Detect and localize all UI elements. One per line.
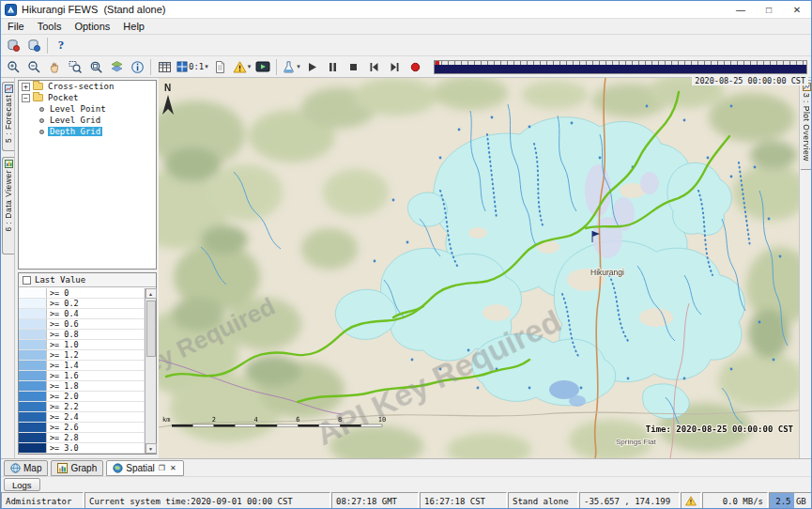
info-button[interactable] [127, 57, 147, 76]
logs-button[interactable]: Logs [4, 478, 40, 491]
stop-button[interactable] [344, 57, 364, 76]
app-logo-icon[interactable] [5, 4, 17, 16]
report-button[interactable] [210, 57, 231, 76]
grid-display-button[interactable] [154, 57, 175, 76]
legend-panel: Last Value >= 0 >= 0.2 >= 0.4 >= 0.6 >= … [18, 272, 157, 455]
profile-tool-dropdown[interactable]: ▾ [280, 57, 302, 76]
folder-icon [33, 83, 43, 90]
pane-maximize-icon[interactable]: ❐ [158, 465, 166, 472]
tree-item-cross-section[interactable]: + Cross-section [19, 81, 156, 92]
zoom-rectangle-icon [69, 60, 83, 74]
scroll-thumb[interactable] [146, 301, 156, 357]
last-value-checkbox[interactable] [23, 276, 31, 285]
record-button[interactable] [406, 57, 426, 76]
zoom-extent-button[interactable] [85, 57, 106, 76]
town-label-springs-flat: Springs Flat [616, 438, 656, 446]
tab-spatial[interactable]: Spatial ❐ ✕ [106, 460, 183, 476]
zoom-out-button[interactable] [23, 57, 44, 76]
tab-graph-label: Graph [70, 463, 97, 473]
map-canvas[interactable]: API Key Required API Key Required N km [159, 78, 799, 458]
minimize-button[interactable]: — [727, 1, 755, 18]
info-icon [130, 60, 145, 74]
status-bar: Administrator Current system time:2020-0… [1, 492, 812, 509]
menu-tools[interactable]: Tools [31, 19, 69, 34]
tree-item-label: Level Grid [48, 116, 102, 125]
collapse-minus-icon[interactable]: − [22, 94, 30, 102]
warning-icon [233, 60, 247, 74]
tab-forecast-label: 5 : Forecast [4, 95, 13, 143]
scale-value: 0:1 [189, 62, 204, 71]
map-viewport[interactable]: API Key Required API Key Required N km [159, 78, 799, 458]
legend-list: >= 0 >= 0.2 >= 0.4 >= 0.6 >= 0.8 >= 1.0 … [19, 288, 145, 454]
status-memory: 2.5 GB [769, 492, 812, 509]
right-tab-strip: 3 : Plot Overview [799, 78, 812, 458]
pan-button[interactable] [44, 57, 65, 76]
animation-icon [255, 60, 270, 73]
layers-button[interactable] [106, 57, 127, 76]
layers-icon [110, 60, 124, 74]
legend-scrollbar[interactable]: ▲ ▼ [145, 288, 156, 454]
folder-open-icon [33, 94, 43, 101]
pane-close-icon[interactable]: ✕ [169, 465, 177, 472]
zoom-in-button[interactable] [3, 57, 23, 76]
step-forward-button[interactable] [385, 57, 406, 76]
zoom-rectangle-button[interactable] [65, 57, 85, 76]
legend-row: >= 0.4 [19, 309, 145, 319]
svg-text:2: 2 [212, 416, 216, 424]
tab-forecast[interactable]: 5 : Forecast [2, 82, 14, 151]
status-rate: 0.0 MB/s [702, 492, 768, 509]
timeline-slider[interactable] [434, 60, 807, 74]
tree-item-pocket[interactable]: − Pocket [19, 92, 156, 103]
tree-item-depth-grid[interactable]: Depth Grid [19, 126, 156, 137]
tree-item-level-grid[interactable]: Level Grid [19, 115, 156, 126]
chevron-down-icon: ▾ [297, 64, 300, 69]
tree-item-level-point[interactable]: Level Point [19, 103, 156, 115]
tab-plot-overview[interactable]: 3 : Plot Overview [801, 80, 812, 170]
tab-spatial-label: Spatial [126, 463, 155, 473]
status-warning[interactable] [681, 492, 701, 509]
play-button[interactable] [302, 57, 323, 76]
scale-unit-label: km [162, 416, 170, 424]
menu-file[interactable]: File [1, 19, 31, 34]
legend-swatch [19, 381, 47, 391]
legend-row: >= 1.8 [19, 381, 145, 392]
seek-end-icon [389, 61, 401, 73]
pause-button[interactable] [323, 57, 344, 76]
town-label-hikurangi: Hikurangi [590, 268, 624, 277]
grid-icon [158, 60, 172, 74]
warnings-dropdown[interactable]: ▾ [231, 57, 253, 76]
status-gmt-time: 08:27:18 GMT [331, 492, 419, 509]
maximize-button[interactable]: □ [755, 1, 783, 18]
menu-options[interactable]: Options [68, 19, 116, 34]
close-button[interactable]: ✕ [783, 1, 811, 18]
title-bar: Hikurangi FEWS (Stand alone) — □ ✕ [1, 1, 811, 19]
record-icon [409, 61, 421, 73]
scale-select-dropdown[interactable]: 0:1 ▾ [175, 57, 210, 76]
animation-button[interactable] [253, 57, 273, 76]
legend-swatch [19, 433, 47, 442]
tab-map[interactable]: Map [4, 460, 48, 476]
step-back-button[interactable] [364, 57, 385, 76]
tab-graph[interactable]: Graph [51, 460, 103, 476]
scroll-down-icon[interactable]: ▼ [146, 443, 157, 454]
help-button[interactable]: ? [51, 36, 71, 54]
chart-icon [57, 463, 68, 473]
menu-help[interactable]: Help [116, 19, 151, 34]
archive-button[interactable] [23, 36, 44, 54]
legend-row: >= 0.6 [19, 319, 145, 330]
chevron-down-icon: ▾ [248, 64, 252, 69]
legend-row: >= 0.8 [19, 330, 145, 340]
svg-text:8: 8 [338, 416, 342, 424]
toolbar-separator [47, 38, 48, 54]
pan-hand-icon [48, 60, 62, 74]
status-user: Administrator [1, 492, 84, 509]
scroll-up-icon[interactable]: ▲ [146, 288, 157, 299]
legend-row: >= 1.2 [19, 350, 145, 361]
expand-plus-icon[interactable]: + [22, 83, 30, 91]
legend-row: >= 0.2 [19, 299, 145, 309]
status-local-time: 16:27:18 CST [420, 492, 507, 509]
legend-swatch [19, 288, 47, 298]
tab-data-viewer[interactable]: 6 : Data Viewer [2, 157, 14, 254]
database-button[interactable] [3, 36, 23, 54]
menu-bar: File Tools Options Help [1, 19, 811, 35]
